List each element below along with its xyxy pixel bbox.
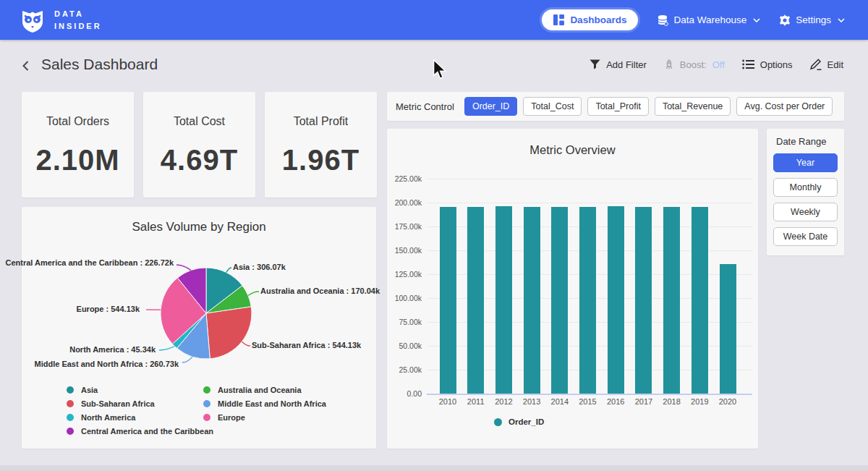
boost-toggle[interactable]: Boost: Off <box>664 59 725 70</box>
bar-2018[interactable] <box>663 207 680 394</box>
gear-icon <box>779 14 791 26</box>
back-button[interactable] <box>19 59 33 73</box>
options-list-icon <box>742 59 754 69</box>
bar-2013[interactable] <box>524 207 540 394</box>
pie-chart <box>22 207 376 449</box>
date-range-option-year[interactable]: Year <box>773 153 838 172</box>
legend-dot <box>203 414 210 421</box>
y-axis-tick: 25.00k <box>387 365 422 374</box>
nav-data-warehouse[interactable]: Data Warehouse <box>657 14 760 26</box>
x-axis-tick: 2015 <box>574 397 603 406</box>
edit-label: Edit <box>827 59 843 70</box>
y-axis-tick: 200.00k <box>387 198 422 207</box>
pie-label-middle-east-north-africa: Middle East and North Africa : 260.73k <box>35 360 179 368</box>
y-axis-tick: 75.00k <box>387 318 422 326</box>
chevron-down-icon <box>753 18 760 22</box>
nav-settings[interactable]: Settings <box>779 14 845 26</box>
x-axis-tick: 2018 <box>658 397 686 406</box>
pie-label-australia-oceania: Australia and Oceania : 170.04k <box>260 287 380 295</box>
pie-legend-europe[interactable]: Europe <box>203 413 245 422</box>
boost-label: Boost: <box>680 59 707 70</box>
metric-option-total-revenue[interactable]: Total_Revenue <box>655 97 731 116</box>
bar-chart-legend[interactable]: Order_ID <box>494 417 544 426</box>
options-button[interactable]: Options <box>742 59 793 70</box>
pie-leader-line <box>248 292 259 296</box>
bar-2010[interactable] <box>440 207 456 394</box>
bar-chart-plot-area: 0.0025.00k50.00k75.00k100.00k125.00k150.… <box>387 129 758 449</box>
x-axis-tick: 2016 <box>601 397 630 406</box>
y-axis-tick: 0.00 <box>387 389 422 398</box>
pie-legend-asia[interactable]: Asia <box>67 386 98 394</box>
bar-2012[interactable] <box>495 206 512 394</box>
bar-2011[interactable] <box>467 207 484 394</box>
y-axis-tick: 100.00k <box>387 294 422 302</box>
x-axis-tick: 2017 <box>629 397 658 406</box>
database-icon <box>657 14 668 26</box>
nav-data-warehouse-label: Data Warehouse <box>673 14 746 25</box>
boost-state: Off <box>712 59 725 70</box>
date-range-panel: Date Range Year Monthly Weekly Week Date <box>767 129 844 255</box>
kpi-card-total-orders: Total Orders 2.10M <box>22 92 134 198</box>
legend-dot-order-id <box>494 418 502 426</box>
legend-label: Order_ID <box>509 417 544 426</box>
y-axis-tick: 50.00k <box>387 341 422 350</box>
add-filter-button[interactable]: Add Filter <box>590 59 647 70</box>
kpi-label: Total Profit <box>265 115 377 128</box>
pie-leader-line <box>159 347 174 351</box>
gridline <box>427 203 752 203</box>
bar-2015[interactable] <box>579 207 596 394</box>
kpi-value: 2.10M <box>22 144 134 177</box>
kpi-card-total-cost: Total Cost 4.69T <box>143 92 255 198</box>
metric-option-order-id[interactable]: Order_ID <box>464 97 517 116</box>
pie-legend-australia-oceania[interactable]: Australia and Oceania <box>203 386 302 394</box>
legend-dot <box>67 414 74 421</box>
pie-label-europe: Europe : 544.13k <box>77 305 140 313</box>
x-axis-tick: 2020 <box>713 397 742 406</box>
legend-dot <box>203 386 210 394</box>
y-axis-tick: 175.00k <box>387 222 422 231</box>
options-label: Options <box>760 59 793 70</box>
pie-leader-line <box>226 268 231 273</box>
metric-option-avg-cost-per-order[interactable]: Avg. Cost per Order <box>736 97 833 116</box>
pie-label-north-america: North America : 45.34k <box>69 345 156 354</box>
date-range-option-weekly[interactable]: Weekly <box>773 203 838 221</box>
bar-2019[interactable] <box>692 207 708 394</box>
pie-leader-line <box>176 265 191 271</box>
x-axis-tick: 2010 <box>433 397 462 406</box>
kpi-label: Total Cost <box>143 115 255 128</box>
edit-pencil-icon <box>810 59 822 70</box>
kpi-label: Total Orders <box>22 115 134 128</box>
pie-legend-sub-saharan-africa[interactable]: Sub-Saharan Africa <box>67 399 155 408</box>
metric-option-total-cost[interactable]: Total_Cost <box>523 97 582 116</box>
pie-label-central-america-caribbean: Central America and the Caribbean : 226.… <box>5 258 174 267</box>
bar-2016[interactable] <box>608 206 624 394</box>
legend-dot <box>67 386 74 394</box>
add-filter-label: Add Filter <box>606 59 647 70</box>
nav-dashboards-button[interactable]: Dashboards <box>542 9 638 30</box>
date-range-option-monthly[interactable]: Monthly <box>773 178 838 197</box>
kpi-card-total-profit: Total Profit 1.96T <box>265 92 377 198</box>
pie-legend-middle-east-north-africa[interactable]: Middle East and North Africa <box>203 399 326 408</box>
kpi-value: 4.69T <box>143 144 255 177</box>
bar-2020[interactable] <box>720 264 736 394</box>
edit-button[interactable]: Edit <box>810 59 843 70</box>
top-navigation-bar: DATA INSIDER Dashboards Data Wa <box>0 0 868 40</box>
page-title: Sales Dashboard <box>41 56 158 73</box>
kpi-value: 1.96T <box>265 144 377 177</box>
metric-control-label: Metric Control <box>396 101 454 112</box>
metric-option-total-profit[interactable]: Total_Profit <box>587 97 649 116</box>
pie-legend-central-america-caribbean[interactable]: Central America and the Caribbean <box>67 427 213 436</box>
x-axis-tick: 2013 <box>517 397 546 406</box>
pie-slice-2[interactable] <box>206 307 252 359</box>
chevron-down-icon <box>838 18 845 22</box>
bar-2014[interactable] <box>551 207 568 394</box>
pie-legend-north-america[interactable]: North America <box>67 413 135 422</box>
date-range-option-week-date[interactable]: Week Date <box>773 227 838 246</box>
pie-label-sub-saharan-africa: Sub-Saharan Africa : 544.13k <box>252 341 361 349</box>
legend-dot <box>67 428 74 435</box>
sales-volume-by-region-card: Sales Volume by Region Asia : 306.07k Au… <box>22 207 376 449</box>
bar-2017[interactable] <box>635 207 652 394</box>
rocket-icon <box>664 59 674 70</box>
brand-logo[interactable]: DATA INSIDER <box>19 7 102 34</box>
pie-label-asia: Asia : 306.07k <box>233 263 286 271</box>
